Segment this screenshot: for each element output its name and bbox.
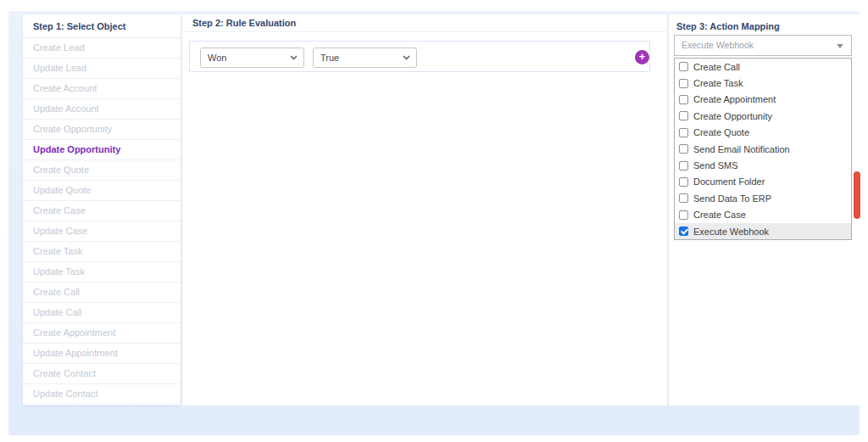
- sidebar-item-object[interactable]: Create Case: [23, 201, 181, 221]
- action-option-label: Send Data To ERP: [693, 193, 771, 204]
- workflow-panel: Step 1: Select Object Create Lead Update…: [8, 11, 860, 435]
- chevron-down-icon: [403, 55, 410, 60]
- rule-condition-value: True: [320, 53, 339, 63]
- action-option-label: Create Case: [693, 210, 746, 220]
- action-option[interactable]: Create Quote: [675, 125, 851, 141]
- rule-field-value: Won: [208, 53, 226, 63]
- action-option-label: Document Folder: [693, 176, 765, 187]
- action-mapping-select[interactable]: Execute Webhook: [674, 35, 852, 56]
- step2-title: Step 2: Rule Evaluation: [182, 14, 667, 32]
- sidebar-item-object[interactable]: Create Call: [23, 283, 181, 303]
- action-option[interactable]: Document Folder: [675, 174, 851, 190]
- action-option[interactable]: Create Call: [675, 59, 851, 75]
- action-option-label: Send Email Notification: [693, 144, 790, 154]
- action-checkbox[interactable]: [679, 177, 688, 187]
- step3-action-mapping-panel: Step 3: Action Mapping Execute Webhook C…: [669, 14, 860, 406]
- sidebar-item-object[interactable]: Update Contact: [23, 384, 181, 405]
- action-checkbox[interactable]: [679, 210, 688, 220]
- sidebar-item-object[interactable]: Create Account: [23, 79, 181, 99]
- action-checkbox[interactable]: [679, 128, 688, 137]
- sidebar-item-object[interactable]: Update Case: [23, 221, 181, 242]
- sidebar-item-object[interactable]: Update Quote: [23, 181, 181, 201]
- action-checkbox[interactable]: [679, 62, 688, 71]
- action-option[interactable]: Create Opportunity: [675, 108, 851, 124]
- action-options-dropdown: Create Call Create Task Create Appointme…: [674, 58, 852, 240]
- action-checkbox[interactable]: [679, 79, 688, 88]
- object-list: Create Lead Update Lead Create Account U…: [23, 38, 181, 405]
- sidebar-item-object[interactable]: Create Task: [23, 242, 181, 262]
- sidebar-item-object[interactable]: Create Quote: [23, 160, 181, 181]
- action-option[interactable]: Create Case: [675, 207, 851, 223]
- sidebar-item-object[interactable]: Create Opportunity: [23, 120, 181, 140]
- rule-field-select[interactable]: Won: [200, 48, 304, 68]
- action-option[interactable]: Create Task: [675, 75, 851, 91]
- add-rule-button[interactable]: +: [635, 50, 649, 64]
- action-option[interactable]: Create Appointment: [675, 92, 851, 108]
- action-checkbox[interactable]: [679, 144, 688, 154]
- rule-row: Won True +: [189, 41, 650, 72]
- action-option[interactable]: Send Email Notification: [675, 141, 851, 157]
- step3-title: Step 3: Action Mapping: [669, 14, 860, 35]
- chevron-down-icon: [290, 55, 298, 60]
- sidebar-item-object[interactable]: Update Lead: [23, 59, 181, 79]
- action-option-label: Create Call: [693, 62, 740, 72]
- action-checkbox[interactable]: [679, 161, 688, 171]
- action-option[interactable]: Execute Webhook: [675, 223, 851, 239]
- action-checkbox[interactable]: [679, 95, 688, 104]
- action-option-label: Create Appointment: [693, 94, 776, 104]
- action-checkbox[interactable]: [679, 111, 688, 120]
- step1-select-object-panel: Step 1: Select Object Create Lead Update…: [23, 14, 181, 406]
- action-option[interactable]: Send SMS: [675, 157, 851, 173]
- sidebar-item-object[interactable]: Update Opportunity: [23, 140, 181, 160]
- caret-down-icon: [837, 44, 843, 48]
- action-mapping-select-value: Execute Webhook: [682, 40, 754, 50]
- sidebar-item-object[interactable]: Update Call: [23, 303, 181, 323]
- action-option-label: Send SMS: [693, 160, 738, 171]
- sidebar-item-object[interactable]: Update Account: [23, 99, 181, 120]
- action-checkbox[interactable]: [679, 193, 688, 203]
- step1-title: Step 1: Select Object: [23, 14, 181, 38]
- action-option-label: Create Task: [693, 78, 743, 88]
- sidebar-item-object[interactable]: Create Lead: [23, 38, 181, 59]
- sidebar-item-object[interactable]: Create Contact: [23, 364, 181, 384]
- rule-condition-select[interactable]: True: [313, 48, 417, 68]
- sidebar-item-object[interactable]: Update Task: [23, 262, 181, 283]
- side-tab-handle[interactable]: [854, 171, 860, 219]
- action-option-label: Create Opportunity: [693, 111, 772, 121]
- action-option-label: Execute Webhook: [693, 227, 769, 237]
- sidebar-item-object[interactable]: Update Appointment: [23, 344, 181, 364]
- action-option-label: Create Quote: [693, 127, 749, 137]
- action-checkbox[interactable]: [679, 227, 688, 236]
- sidebar-item-object[interactable]: Create Appointment: [23, 323, 181, 344]
- step2-rule-evaluation-panel: Step 2: Rule Evaluation Won True +: [182, 14, 668, 406]
- action-option[interactable]: Send Data To ERP: [675, 190, 851, 206]
